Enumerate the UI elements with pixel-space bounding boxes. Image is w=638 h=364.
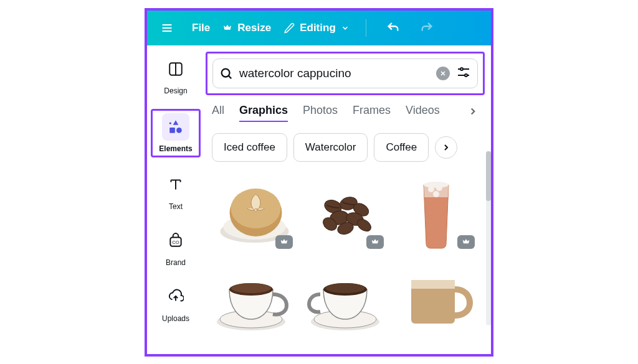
svg-point-44: [325, 283, 365, 293]
text-icon: [168, 177, 184, 193]
svg-rect-46: [411, 280, 455, 289]
svg-line-14: [229, 76, 231, 78]
app-frame: File Resize Editing Design: [145, 8, 493, 357]
svg-point-13: [222, 68, 230, 77]
chevron-down-icon: [341, 24, 350, 32]
svg-point-40: [231, 283, 271, 293]
pencil-icon: [283, 22, 295, 34]
crown-icon: [280, 238, 288, 246]
result-espresso-cup-1[interactable]: [212, 259, 297, 338]
sidebar-item-label: Brand: [166, 258, 186, 267]
undo-button[interactable]: [383, 17, 404, 39]
crown-icon: [462, 238, 470, 246]
search-input[interactable]: [239, 67, 430, 80]
resize-button[interactable]: Resize: [222, 22, 271, 34]
filter-button[interactable]: [456, 65, 471, 82]
separator: [366, 19, 366, 37]
premium-badge: [457, 235, 475, 249]
redo-button[interactable]: [416, 17, 437, 39]
redo-icon: [420, 21, 434, 35]
tab-photos[interactable]: Photos: [303, 104, 338, 122]
file-menu[interactable]: File: [192, 22, 210, 34]
undo-icon: [386, 21, 400, 35]
svg-point-33: [424, 182, 449, 188]
chip-iced-coffee[interactable]: Iced coffee: [212, 133, 287, 162]
chips-next-button[interactable]: [435, 136, 457, 159]
brand-icon: CO: [168, 233, 184, 249]
premium-badge: [275, 235, 293, 249]
result-coffee-beans[interactable]: [303, 173, 388, 253]
svg-point-18: [460, 68, 463, 70]
search-field[interactable]: [212, 58, 478, 88]
sidebar: Design Elements Text CO Brand: [147, 45, 204, 354]
sidebar-item-uploads[interactable]: Uploads: [151, 281, 201, 325]
clear-search-button[interactable]: [436, 67, 450, 80]
uploads-icon: [168, 289, 184, 305]
editing-label: Editing: [300, 22, 336, 34]
tab-videos[interactable]: Videos: [406, 104, 440, 122]
chip-watercolor[interactable]: Watercolor: [293, 133, 368, 162]
graphic-icon: [399, 268, 474, 330]
suggestion-chips: Iced coffee Watercolor Coffee: [206, 133, 485, 162]
search-icon: [219, 67, 233, 80]
tab-graphics[interactable]: Graphics: [239, 104, 288, 122]
elements-icon: [168, 119, 184, 135]
sidebar-item-label: Elements: [159, 144, 192, 153]
tab-frames[interactable]: Frames: [353, 104, 391, 122]
resize-label: Resize: [237, 22, 271, 34]
sidebar-item-text[interactable]: Text: [151, 169, 201, 213]
chip-coffee[interactable]: Coffee: [374, 133, 429, 162]
crown-icon: [371, 238, 379, 246]
sidebar-item-elements[interactable]: Elements: [151, 109, 201, 157]
graphic-icon: [307, 182, 384, 244]
crown-icon: [222, 23, 232, 33]
svg-point-20: [465, 74, 467, 77]
sliders-icon: [456, 65, 471, 80]
results-grid: [206, 173, 485, 338]
svg-point-35: [436, 185, 442, 191]
result-espresso-cup-2[interactable]: [303, 259, 388, 338]
search-highlight: [206, 52, 485, 95]
chevron-right-icon: [467, 106, 478, 117]
design-icon: [168, 61, 184, 77]
scrollbar-thumb[interactable]: [486, 151, 491, 201]
svg-point-6: [176, 128, 182, 133]
premium-badge: [366, 235, 384, 249]
scrollbar[interactable]: [486, 151, 491, 325]
tab-all[interactable]: All: [212, 104, 224, 122]
sidebar-item-design[interactable]: Design: [151, 53, 201, 98]
graphic-icon: [305, 264, 386, 333]
sidebar-item-label: Design: [164, 86, 187, 95]
svg-point-36: [433, 191, 439, 197]
sidebar-item-label: Uploads: [162, 314, 189, 323]
editing-mode[interactable]: Editing: [283, 22, 350, 34]
graphic-icon: [408, 175, 464, 250]
body: Design Elements Text CO Brand: [147, 45, 491, 354]
result-latte-art-cup[interactable]: [212, 173, 297, 253]
chevron-right-icon: [441, 142, 451, 152]
svg-point-34: [428, 186, 434, 192]
topbar: File Resize Editing: [147, 11, 491, 45]
svg-rect-5: [169, 128, 175, 133]
svg-text:CO: CO: [172, 240, 179, 245]
tabs-next-button[interactable]: [467, 106, 478, 119]
result-iced-coffee-glass[interactable]: [394, 173, 478, 253]
sidebar-item-label: Text: [169, 202, 183, 211]
close-icon: [440, 70, 446, 77]
elements-panel: All Graphics Photos Frames Videos Iced c…: [204, 45, 491, 354]
sidebar-item-brand[interactable]: CO Brand: [151, 225, 201, 269]
menu-button[interactable]: [155, 22, 179, 34]
category-tabs: All Graphics Photos Frames Videos: [206, 104, 485, 122]
result-flat-coffee-mug[interactable]: [394, 259, 478, 338]
graphic-icon: [214, 264, 295, 333]
